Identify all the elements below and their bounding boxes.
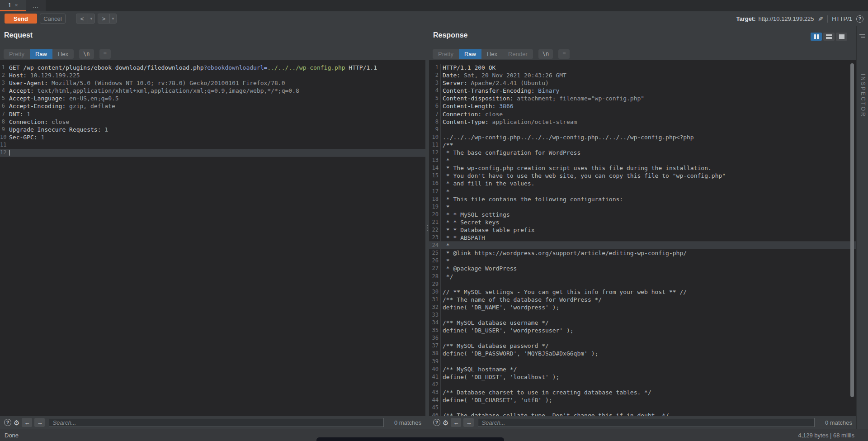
newline-toggle-button[interactable]: \n: [538, 49, 553, 59]
code-line[interactable]: 4Content-Transfer-Encoding: Binary: [429, 87, 856, 95]
code-line[interactable]: 25 * @link https://wordpress.org/support…: [429, 249, 856, 257]
code-line[interactable]: 30// ** MySQL settings - You can get thi…: [429, 288, 856, 296]
chevron-right-icon[interactable]: >: [98, 14, 109, 23]
code-line[interactable]: 32define( 'DB_NAME', 'wordpress' );: [429, 303, 856, 311]
tab-raw[interactable]: Raw: [459, 49, 481, 59]
code-line[interactable]: 19 *: [429, 203, 856, 211]
code-line[interactable]: 29: [429, 280, 856, 288]
cancel-button[interactable]: Cancel: [40, 14, 66, 24]
layout-single-button[interactable]: [836, 33, 847, 41]
code-line[interactable]: 11/**: [429, 141, 856, 149]
editor-menu-icon[interactable]: ≡: [99, 49, 111, 59]
code-line[interactable]: 4Accept: text/html,application/xhtml+xml…: [0, 87, 425, 95]
layout-rows-button[interactable]: [823, 33, 835, 41]
code-line[interactable]: 38define( 'DB_PASSWORD', 'MQYBJSaD#DxG6q…: [429, 350, 856, 357]
code-line[interactable]: 46/** The database collate type. Don't c…: [429, 412, 856, 416]
code-line[interactable]: 21 * * Secret keys: [429, 218, 856, 226]
chevron-down-icon[interactable]: ▼: [88, 14, 94, 23]
code-line[interactable]: 5Content-disposition: attachment; filena…: [429, 95, 856, 102]
code-line[interactable]: 24 *: [429, 242, 856, 249]
code-line[interactable]: 9Upgrade-Insecure-Requests: 1: [0, 126, 425, 133]
code-line[interactable]: 16 * and fill in the values.: [429, 180, 856, 187]
code-line[interactable]: 3User-Agent: Mozilla/5.0 (Windows NT 10.…: [0, 79, 425, 87]
search-prev-icon[interactable]: ←: [451, 418, 461, 427]
code-line[interactable]: 12 * The base configuration for WordPres…: [429, 149, 856, 156]
code-line[interactable]: 41define( 'DB_HOST', 'localhost' );: [429, 373, 856, 381]
code-line[interactable]: 45: [429, 404, 856, 412]
tab-hex[interactable]: Hex: [52, 49, 74, 59]
repeater-tab-1[interactable]: 1 ×: [0, 0, 26, 11]
request-editor[interactable]: 1GET /wp-content/plugins/ebook-download/…: [0, 60, 425, 416]
code-line[interactable]: 40/** MySQL hostname */: [429, 365, 856, 373]
code-line[interactable]: 7DNT: 1: [0, 110, 425, 118]
edit-target-icon[interactable]: ✎: [818, 15, 823, 23]
code-line[interactable]: 17 *: [429, 188, 856, 195]
search-next-icon[interactable]: →: [34, 418, 45, 427]
code-line[interactable]: 42: [429, 381, 856, 389]
code-line[interactable]: 6Content-Length: 3866: [429, 102, 856, 110]
gear-icon[interactable]: ⚙: [14, 419, 19, 426]
chevron-down-icon[interactable]: ▼: [109, 14, 116, 23]
code-line[interactable]: 11: [0, 141, 425, 149]
code-line[interactable]: 22 * * Database table prefix: [429, 226, 856, 234]
tab-pretty[interactable]: Pretty: [4, 49, 30, 59]
search-prev-icon[interactable]: ←: [22, 418, 32, 427]
collapse-panel-icon[interactable]: [859, 34, 865, 38]
close-icon[interactable]: ×: [15, 2, 18, 8]
response-editor[interactable]: 1HTTP/1.1 200 OK2Date: Sat, 20 Nov 2021 …: [429, 60, 856, 416]
code-line[interactable]: 10../../../wp-config.php../../../wp-conf…: [429, 133, 856, 141]
code-line[interactable]: 8Connection: close: [0, 118, 425, 126]
search-input[interactable]: [49, 418, 384, 427]
code-line[interactable]: 1HTTP/1.1 200 OK: [429, 64, 856, 71]
code-line[interactable]: 9: [429, 126, 856, 133]
code-line[interactable]: 43/** Database charset to use in creatin…: [429, 389, 856, 396]
code-line[interactable]: 3Server: Apache/2.4.41 (Ubuntu): [429, 79, 856, 87]
code-line[interactable]: 36: [429, 334, 856, 342]
code-line[interactable]: 28 */: [429, 273, 856, 280]
code-line[interactable]: 23 * * ABSPATH: [429, 234, 856, 242]
tab-render[interactable]: Render: [503, 49, 533, 59]
help-icon[interactable]: ?: [856, 15, 863, 23]
repeater-tab-more[interactable]: ...: [26, 0, 46, 11]
tab-hex[interactable]: Hex: [481, 49, 503, 59]
code-line[interactable]: 44define( 'DB_CHARSET', 'utf8' );: [429, 396, 856, 404]
panel-splitter[interactable]: [425, 26, 429, 429]
code-line[interactable]: 12: [0, 149, 425, 156]
inspector-sidebar[interactable]: INSPECTOR: [856, 26, 868, 429]
code-line[interactable]: 26 *: [429, 257, 856, 265]
code-line[interactable]: 31/** The name of the database for WordP…: [429, 296, 856, 303]
search-help-icon[interactable]: ?: [433, 419, 440, 426]
code-line[interactable]: 39: [429, 358, 856, 365]
code-line[interactable]: 27 * @package WordPress: [429, 265, 856, 272]
layout-columns-button[interactable]: [811, 33, 822, 41]
code-line[interactable]: 8Content-Type: application/octet-stream: [429, 118, 856, 126]
response-scrollbar[interactable]: [850, 63, 854, 397]
inspector-label[interactable]: INSPECTOR: [860, 74, 866, 118]
gear-icon[interactable]: ⚙: [443, 419, 448, 426]
code-line[interactable]: 6Accept-Encoding: gzip, deflate: [0, 102, 425, 110]
code-line[interactable]: 13 *: [429, 156, 856, 164]
prev-request-button[interactable]: < ▼: [76, 14, 95, 24]
splitter-grip-icon[interactable]: [427, 225, 428, 231]
code-line[interactable]: 34/** MySQL database username */: [429, 319, 856, 327]
code-line[interactable]: 10Sec-GPC: 1: [0, 133, 425, 141]
code-line[interactable]: 18 * This file contains the following co…: [429, 195, 856, 203]
code-line[interactable]: 15 * You don't have to use the web site,…: [429, 172, 856, 180]
tab-pretty[interactable]: Pretty: [433, 49, 459, 59]
search-help-icon[interactable]: ?: [4, 419, 11, 426]
next-request-button[interactable]: > ▼: [98, 14, 117, 24]
send-button[interactable]: Send: [5, 14, 37, 24]
code-line[interactable]: 1GET /wp-content/plugins/ebook-download/…: [0, 64, 425, 71]
chevron-left-icon[interactable]: <: [76, 14, 88, 23]
editor-menu-icon[interactable]: ≡: [558, 49, 570, 59]
search-input[interactable]: [478, 418, 815, 427]
tab-raw[interactable]: Raw: [30, 49, 52, 59]
code-line[interactable]: 35define( 'DB_USER', 'wordpressuser' );: [429, 327, 856, 334]
code-line[interactable]: 7Connection: close: [429, 110, 856, 118]
code-line[interactable]: 33: [429, 311, 856, 319]
code-line[interactable]: 2Date: Sat, 20 Nov 2021 20:43:26 GMT: [429, 71, 856, 79]
newline-toggle-button[interactable]: \n: [79, 49, 94, 59]
code-line[interactable]: 2Host: 10.129.199.225: [0, 71, 425, 79]
code-line[interactable]: 5Accept-Language: en-US,en;q=0.5: [0, 95, 425, 102]
search-next-icon[interactable]: →: [463, 418, 474, 427]
